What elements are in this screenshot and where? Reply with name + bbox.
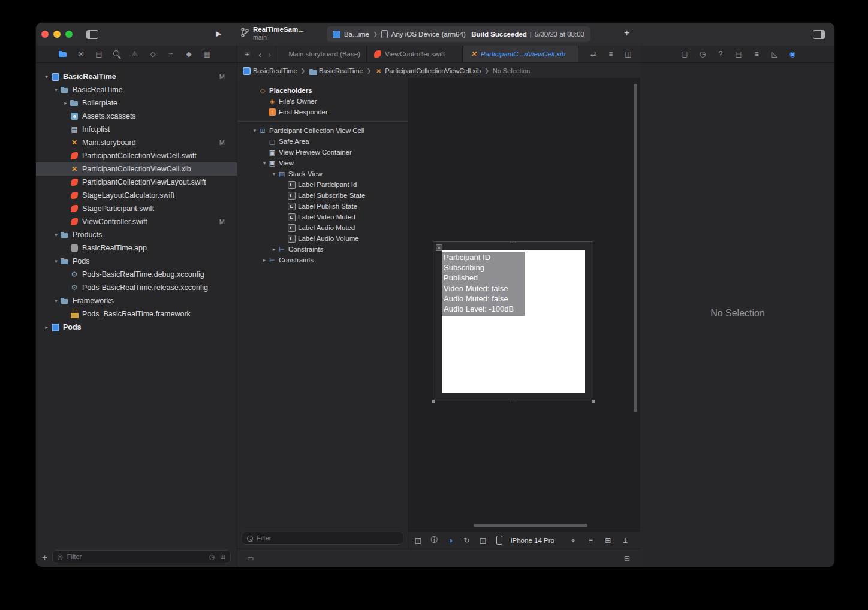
breadcrumb-item[interactable]: BasicRealTime bbox=[243, 67, 297, 75]
file-row[interactable]: ▾BasicRealTime bbox=[36, 83, 237, 96]
cell-label[interactable]: Subscribing bbox=[444, 262, 525, 273]
file-row[interactable]: ▸Pods bbox=[36, 321, 237, 334]
disclosure-icon[interactable]: ▾ bbox=[270, 171, 278, 177]
breadcrumb-item[interactable]: ✕ParticipantCollectionViewCell.xib bbox=[375, 67, 481, 75]
navigator-filter-field[interactable]: ◎ Filter ◷ ⊞ bbox=[52, 550, 231, 563]
disclosure-icon[interactable]: ▾ bbox=[52, 258, 60, 264]
collection-view-cell-frame[interactable]: Participant IDSubscribingPublishedVideo … bbox=[433, 241, 593, 401]
project-branch-text[interactable]: RealTimeSam... main bbox=[253, 26, 304, 41]
canvas-horizontal-scrollbar[interactable] bbox=[474, 524, 587, 527]
zoom-window-button[interactable] bbox=[65, 31, 73, 38]
outline-row[interactable]: Label Subscribe State bbox=[237, 190, 408, 201]
source-control-filter-icon[interactable]: ⊞ bbox=[219, 553, 227, 561]
toggle-debug-area-icon[interactable]: ▭ bbox=[246, 554, 255, 563]
size-inspector-tab[interactable]: ◺ bbox=[770, 49, 779, 59]
close-window-button[interactable] bbox=[41, 31, 49, 38]
scheme-name[interactable]: Ba...ime bbox=[344, 31, 369, 38]
disclosure-icon[interactable]: ▾ bbox=[251, 128, 258, 134]
project-navigator-tab[interactable] bbox=[58, 49, 68, 59]
accessibility-info-icon[interactable]: ⓘ bbox=[430, 536, 439, 545]
outline-row[interactable]: ▢Safe Area bbox=[237, 136, 408, 147]
file-row[interactable]: Assets.xcassets bbox=[36, 110, 237, 123]
back-icon[interactable]: ‹ bbox=[258, 49, 261, 59]
outline-row[interactable]: ▾⊞Participant Collection View Cell bbox=[237, 125, 408, 136]
resize-handle-bottom-right[interactable] bbox=[592, 400, 595, 403]
breakpoints-navigator-tab[interactable]: ◆ bbox=[184, 49, 194, 59]
file-inspector-tab[interactable]: ▢ bbox=[680, 49, 689, 59]
cell-label[interactable]: Participant ID bbox=[444, 252, 525, 262]
resize-handle-bottom-left[interactable] bbox=[432, 400, 435, 403]
resize-handle-bottom[interactable] bbox=[510, 400, 517, 403]
editor-tab[interactable]: Main.storyboard (Base) bbox=[276, 46, 367, 62]
file-row[interactable]: ▾Pods bbox=[36, 255, 237, 268]
outline-row[interactable]: ◇Placeholders bbox=[237, 85, 408, 96]
file-row[interactable]: ParticipantCollectionViewCell.swift bbox=[36, 149, 237, 162]
tests-navigator-tab[interactable]: ◇ bbox=[148, 49, 158, 59]
resolve-autolayout-icon[interactable]: ± bbox=[621, 536, 630, 545]
disclosure-icon[interactable]: ▸ bbox=[43, 324, 50, 330]
zoom-to-fit-icon[interactable]: ⌖ bbox=[569, 536, 578, 545]
disclosure-icon[interactable]: ▾ bbox=[52, 232, 60, 238]
reports-navigator-tab[interactable]: ▦ bbox=[202, 49, 212, 59]
resize-handle-top[interactable] bbox=[510, 241, 517, 244]
file-row[interactable]: BasicRealTime.app bbox=[36, 241, 237, 255]
adjust-editor-icon[interactable]: ◫ bbox=[414, 536, 423, 545]
outline-row[interactable]: Label Participant Id bbox=[237, 179, 408, 190]
run-button[interactable]: ▶ bbox=[216, 29, 221, 38]
disclosure-icon[interactable]: ▸ bbox=[62, 100, 70, 106]
destination-name[interactable]: Any iOS Device (arm64) bbox=[391, 31, 466, 38]
minimize-window-button[interactable] bbox=[53, 31, 61, 38]
outline-row[interactable]: Label Publish State bbox=[237, 201, 408, 212]
add-editor-icon[interactable]: ◫ bbox=[623, 49, 633, 59]
outline-row[interactable]: ▸⊢Constraints bbox=[237, 244, 408, 255]
bookmarks-navigator-tab[interactable]: ▤ bbox=[94, 49, 104, 59]
outline-row[interactable]: ▸⊢Constraints bbox=[237, 255, 408, 265]
interface-builder-canvas[interactable]: Participant IDSubscribingPublishedVideo … bbox=[408, 78, 640, 531]
file-row[interactable]: ▤Info.plist bbox=[36, 123, 237, 136]
breadcrumb-item[interactable]: BasicRealTime bbox=[309, 67, 363, 75]
device-icon[interactable] bbox=[495, 536, 504, 545]
recent-files-icon[interactable]: ◷ bbox=[208, 553, 216, 561]
cell-content-view[interactable]: Participant IDSubscribingPublishedVideo … bbox=[442, 250, 585, 393]
orientation-icon[interactable]: ↻ bbox=[462, 536, 471, 545]
related-items-icon[interactable]: ⊞ bbox=[242, 49, 252, 59]
add-file-button[interactable]: + bbox=[42, 552, 47, 562]
add-constraints-icon[interactable]: ⊞ bbox=[604, 536, 613, 545]
canvas-vertical-scrollbar[interactable] bbox=[634, 84, 637, 412]
file-row[interactable]: StageParticipant.swift bbox=[36, 202, 237, 215]
quick-help-inspector-tab[interactable]: ? bbox=[716, 49, 725, 59]
toggle-navigator-icon[interactable] bbox=[86, 30, 98, 39]
forward-icon[interactable]: › bbox=[268, 49, 271, 59]
issues-navigator-tab[interactable]: ⚠ bbox=[130, 49, 140, 59]
source-control-navigator-tab[interactable]: ⊠ bbox=[76, 49, 86, 59]
disclosure-icon[interactable]: ▾ bbox=[261, 160, 268, 166]
outline-row[interactable]: ▾▤Stack View bbox=[237, 168, 408, 179]
outline-row[interactable]: Label Audio Muted bbox=[237, 222, 408, 233]
device-label[interactable]: iPhone 14 Pro bbox=[511, 537, 554, 544]
editor-tab[interactable]: ViewController.swift bbox=[367, 46, 463, 62]
find-navigator-tab[interactable] bbox=[112, 49, 122, 59]
file-row[interactable]: ✕ParticipantCollectionViewCell.xib bbox=[36, 162, 237, 176]
file-row[interactable]: ⚙Pods-BasicRealTime.release.xcconfig bbox=[36, 281, 237, 294]
disclosure-icon[interactable]: ▾ bbox=[43, 74, 50, 80]
file-row[interactable]: ▾Products bbox=[36, 228, 237, 241]
editor-tab[interactable]: ✕ParticipantC...nViewCell.xib bbox=[463, 46, 578, 62]
history-inspector-tab[interactable]: ◷ bbox=[698, 49, 707, 59]
outline-row[interactable]: Label Audio Volume bbox=[237, 233, 408, 244]
minimap-icon[interactable]: ≡ bbox=[606, 49, 616, 59]
attributes-inspector-tab[interactable]: ≡ bbox=[752, 49, 761, 59]
outline-filter-field[interactable]: Filter bbox=[242, 532, 403, 545]
file-row[interactable]: ✕Main.storyboardM bbox=[36, 136, 237, 149]
file-row[interactable]: ParticipantCollectionViewLayout.swift bbox=[36, 176, 237, 189]
disclosure-icon[interactable]: ▾ bbox=[52, 298, 60, 304]
disclosure-icon[interactable]: ▸ bbox=[270, 246, 278, 252]
cell-label[interactable]: Audio Muted: false bbox=[444, 294, 525, 304]
file-row[interactable]: ▾BasicRealTimeM bbox=[36, 70, 237, 83]
file-row[interactable]: ⚙Pods-BasicRealTime.debug.xcconfig bbox=[36, 268, 237, 281]
outline-row[interactable]: ▣View Preview Container bbox=[237, 147, 408, 158]
file-row[interactable]: ViewController.swiftM bbox=[36, 215, 237, 228]
outline-row[interactable]: ▾▣View bbox=[237, 158, 408, 168]
outline-row[interactable]: Label Video Muted bbox=[237, 212, 408, 222]
disclosure-icon[interactable]: ▸ bbox=[261, 257, 268, 263]
outline-row[interactable]: First Responder bbox=[237, 107, 408, 117]
